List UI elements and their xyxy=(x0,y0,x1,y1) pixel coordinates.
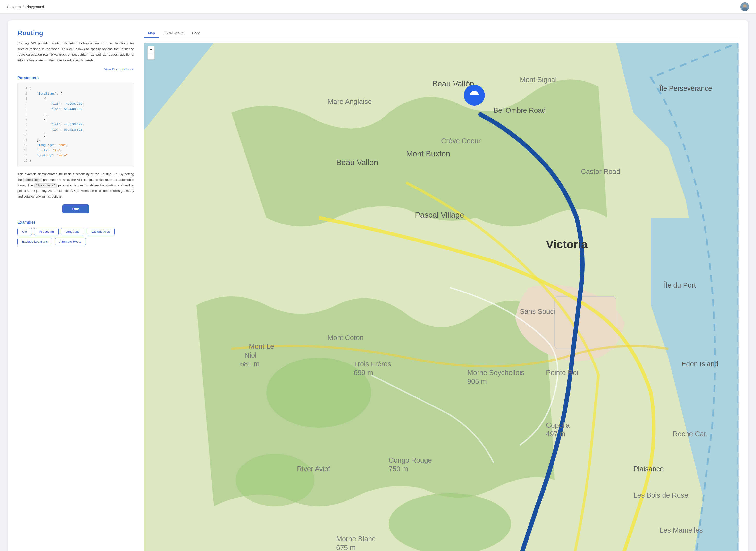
example-car-button[interactable]: Car xyxy=(17,228,32,235)
svg-text:Roche Car.: Roche Car. xyxy=(673,430,708,438)
example-exclude-area-button[interactable]: Exclude Area xyxy=(87,228,115,235)
svg-text:River Aviof: River Aviof xyxy=(297,465,330,473)
svg-text:Beau Vallón: Beau Vallón xyxy=(432,79,474,88)
svg-text:Plaisance: Plaisance xyxy=(633,465,664,473)
code-line: 4 "lat": -4.6093925, xyxy=(22,101,85,107)
locations-highlight: "locations" xyxy=(34,183,57,188)
svg-text:Crève Coeur: Crève Coeur xyxy=(441,137,481,145)
svg-text:Mont Buxton: Mont Buxton xyxy=(406,149,450,158)
zoom-in-button[interactable]: + xyxy=(148,46,154,53)
code-line: 1{ xyxy=(22,86,85,91)
svg-text:675 m: 675 m xyxy=(336,544,356,551)
left-panel: Routing Routing API provides route calcu… xyxy=(17,29,134,551)
svg-text:Niol: Niol xyxy=(244,351,257,359)
view-documentation-link[interactable]: View Documentation xyxy=(17,67,134,71)
top-nav: Geo Lab / Playground xyxy=(0,0,756,14)
main-wrapper: Routing Routing API provides route calcu… xyxy=(0,14,756,551)
right-panel: Map JSON Result Code xyxy=(144,29,739,551)
code-line: 12 "language": "en", xyxy=(22,143,85,148)
breadcrumb-separator: / xyxy=(23,5,24,9)
svg-text:Pointe Roi: Pointe Roi xyxy=(546,369,578,377)
svg-text:Trois Frères: Trois Frères xyxy=(354,360,391,368)
svg-text:Castor Road: Castor Road xyxy=(581,168,620,175)
page-description: Routing API provides route calculation b… xyxy=(17,40,134,63)
example-pedestrian-button[interactable]: Pedestrian xyxy=(34,228,59,235)
main-card: Routing Routing API provides route calcu… xyxy=(8,20,748,551)
svg-text:Copolia: Copolia xyxy=(546,421,570,429)
breadcrumb-current: Playground xyxy=(26,5,44,9)
code-line: 15} xyxy=(22,158,85,163)
code-line: 11 ], xyxy=(22,138,85,143)
example-description: This example demonstrates the basic func… xyxy=(17,171,134,199)
code-line: 2 "locations": [ xyxy=(22,91,85,96)
user-avatar[interactable] xyxy=(740,2,749,11)
tab-json-result[interactable]: JSON Result xyxy=(159,29,188,38)
svg-point-4 xyxy=(266,358,371,428)
example-language-button[interactable]: Language xyxy=(61,228,84,235)
svg-text:Mont Coton: Mont Coton xyxy=(328,334,364,342)
example-alternate-route-button[interactable]: Alternate Route xyxy=(55,238,86,245)
zoom-out-button[interactable]: − xyxy=(148,53,154,59)
svg-text:Eden Island: Eden Island xyxy=(681,360,718,368)
code-line: 9 "lon": 55.4235851 xyxy=(22,127,85,133)
svg-text:Les Mamelles: Les Mamelles xyxy=(660,526,703,534)
svg-text:681 m: 681 m xyxy=(240,360,260,368)
parameters-code-block: 1{ 2 "locations": [ 3 { 4 "la xyxy=(17,83,134,167)
svg-text:Île du Port: Île du Port xyxy=(664,281,696,289)
code-line: 5 "lon": 55.4486662 xyxy=(22,107,85,112)
costing-highlight: "costing" xyxy=(23,178,42,182)
code-line: 7 { xyxy=(22,117,85,122)
map-container[interactable]: Beau Vallón Mare Anglaise Mont Signal Îl… xyxy=(144,42,739,551)
page-title: Routing xyxy=(17,29,134,37)
svg-text:750 m: 750 m xyxy=(389,465,408,473)
svg-text:Morne Seychellois: Morne Seychellois xyxy=(467,369,524,377)
example-exclude-locations-button[interactable]: Exclude Locations xyxy=(17,238,52,245)
tabs: Map JSON Result Code xyxy=(144,29,739,38)
svg-text:699 m: 699 m xyxy=(354,369,373,377)
map-svg: Beau Vallón Mare Anglaise Mont Signal Îl… xyxy=(144,43,738,551)
svg-text:Mont Le: Mont Le xyxy=(249,343,274,350)
svg-text:Morne Blanc: Morne Blanc xyxy=(336,535,376,543)
code-line: 13 "units": "km", xyxy=(22,148,85,153)
svg-text:Victoria: Victoria xyxy=(546,238,588,251)
breadcrumb: Geo Lab / Playground xyxy=(7,5,44,9)
parameters-title: Parameters xyxy=(17,76,134,80)
code-line: 8 "lat": -4.6700472, xyxy=(22,122,85,127)
tab-code[interactable]: Code xyxy=(188,29,204,38)
zoom-controls: + − xyxy=(147,46,155,59)
svg-point-1 xyxy=(743,4,747,8)
code-line: 14 "costing": "auto" xyxy=(22,153,85,158)
run-button[interactable]: Run xyxy=(62,204,89,213)
svg-text:Mare Anglaise: Mare Anglaise xyxy=(328,98,372,105)
svg-text:Bel Ombre Road: Bel Ombre Road xyxy=(494,106,546,114)
svg-text:Île Persévérance: Île Persévérance xyxy=(659,84,712,92)
examples-buttons: Car Pedestrian Language Exclude Area Exc… xyxy=(17,228,134,245)
svg-point-6 xyxy=(236,454,314,506)
code-line: 3 { xyxy=(22,96,85,101)
examples-title: Examples xyxy=(17,220,134,224)
svg-text:Les Bois de Rose: Les Bois de Rose xyxy=(633,491,688,499)
svg-text:Mont Signal: Mont Signal xyxy=(520,76,557,84)
code-line: 6 }, xyxy=(22,112,85,117)
tab-map[interactable]: Map xyxy=(144,29,159,38)
svg-text:Sans Souci: Sans Souci xyxy=(520,308,555,315)
svg-text:Beau Vallon: Beau Vallon xyxy=(336,158,378,167)
code-line: 10 } xyxy=(22,133,85,138)
svg-text:Congo Rouge: Congo Rouge xyxy=(389,456,432,464)
svg-text:905 m: 905 m xyxy=(467,378,487,385)
brand-link[interactable]: Geo Lab xyxy=(7,5,21,9)
run-button-wrapper: Run xyxy=(17,204,134,213)
svg-text:Pascal Village: Pascal Village xyxy=(415,211,464,219)
svg-text:497 m: 497 m xyxy=(546,430,565,438)
